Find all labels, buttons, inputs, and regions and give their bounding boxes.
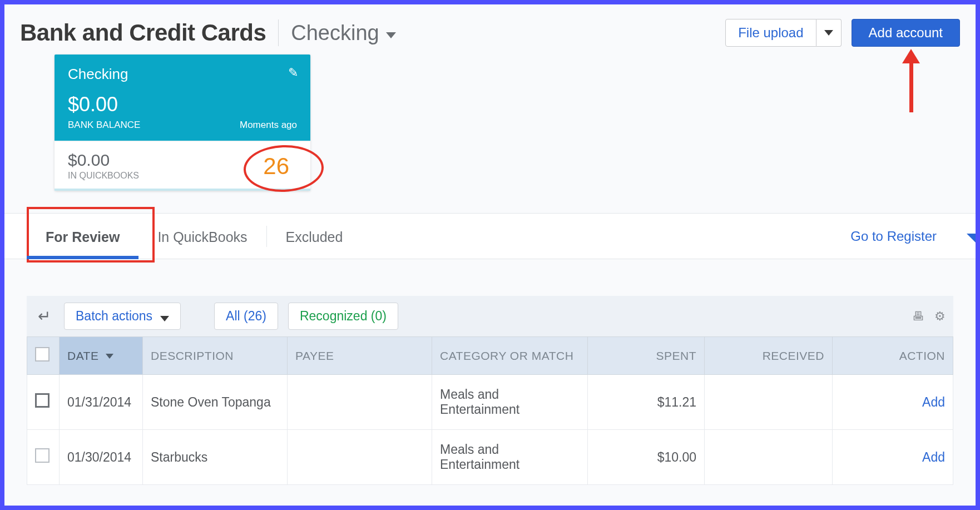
header-actions: File upload Add account xyxy=(725,19,960,47)
tile-account-name: Checking xyxy=(68,66,297,83)
review-count: 26 xyxy=(263,153,289,180)
table-header-row: DATE DESCRIPTION PAYEE CATEGORY OR MATCH… xyxy=(27,337,953,375)
sort-icon[interactable]: ↵ xyxy=(38,307,51,325)
print-icon[interactable]: 🖶 xyxy=(912,309,924,324)
filter-recognized[interactable]: Recognized (0) xyxy=(288,303,398,330)
row-checkbox-cell xyxy=(27,375,60,430)
bank-balance-label: BANK BALANCE xyxy=(68,120,140,131)
qb-balance-block: $0.00 IN QUICKBOOKS xyxy=(68,151,139,181)
tile-updated: Moments ago xyxy=(240,120,297,131)
tab-excluded[interactable]: Excluded xyxy=(267,214,362,259)
cell-date: 01/31/2014 xyxy=(60,375,143,430)
page-title: Bank and Credit Cards xyxy=(20,19,266,46)
transactions-table: DATE DESCRIPTION PAYEE CATEGORY OR MATCH… xyxy=(27,336,953,485)
file-upload-button[interactable]: File upload xyxy=(725,19,816,47)
chevron-down-icon xyxy=(386,32,396,38)
tile-subrow: BANK BALANCE Moments ago xyxy=(68,120,297,131)
gear-icon[interactable]: ⚙ xyxy=(934,309,946,324)
account-selector-label: Checking xyxy=(291,21,379,45)
table-row[interactable]: 01/30/2014 Starbucks Meals and Entertain… xyxy=(27,430,953,485)
cell-category: Meals and Entertainment xyxy=(432,430,588,485)
row-action-add[interactable]: Add xyxy=(833,430,953,485)
add-account-button[interactable]: Add account xyxy=(852,19,960,47)
tabs-area: For Review In QuickBooks Excluded Go to … xyxy=(4,213,976,259)
select-all-checkbox[interactable] xyxy=(35,347,50,362)
file-upload-label: File upload xyxy=(738,25,803,41)
cell-description: Stone Oven Topanga xyxy=(143,375,288,430)
col-received[interactable]: RECEIVED xyxy=(705,337,833,375)
cell-received xyxy=(705,375,833,430)
cell-spent: $11.21 xyxy=(588,375,705,430)
row-checkbox-cell xyxy=(27,430,60,485)
edge-handle[interactable] xyxy=(967,234,976,242)
row-checkbox[interactable] xyxy=(35,393,50,408)
bank-balance: $0.00 xyxy=(68,93,297,116)
qb-balance-label: IN QUICKBOOKS xyxy=(68,171,139,181)
account-tile[interactable]: Checking ✎ $0.00 BANK BALANCE Moments ag… xyxy=(55,55,310,191)
tile-bottom: $0.00 IN QUICKBOOKS 26 xyxy=(55,141,310,191)
col-spent[interactable]: SPENT xyxy=(588,337,705,375)
col-date[interactable]: DATE xyxy=(60,337,143,375)
filter-all[interactable]: All (26) xyxy=(214,303,278,330)
col-description[interactable]: DESCRIPTION xyxy=(143,337,288,375)
batch-actions-dropdown[interactable]: Batch actions xyxy=(64,303,181,330)
cell-date: 01/30/2014 xyxy=(60,430,143,485)
tabs: For Review In QuickBooks Excluded Go to … xyxy=(4,214,976,259)
divider xyxy=(278,19,279,46)
cell-description: Starbucks xyxy=(143,430,288,485)
col-date-label: DATE xyxy=(67,349,98,362)
file-upload-dropdown[interactable] xyxy=(816,19,842,47)
col-payee[interactable]: PAYEE xyxy=(288,337,432,375)
tile-top: Checking ✎ $0.00 BANK BALANCE Moments ag… xyxy=(55,55,310,141)
row-checkbox[interactable] xyxy=(35,448,50,463)
edit-icon[interactable]: ✎ xyxy=(288,66,298,80)
list-toolbar: ↵ Batch actions All (26) Recognized (0) … xyxy=(27,296,953,336)
col-action[interactable]: ACTION xyxy=(833,337,953,375)
page-header: Bank and Credit Cards Checking File uplo… xyxy=(4,4,976,52)
go-to-register-link[interactable]: Go to Register xyxy=(850,229,953,244)
batch-actions-label: Batch actions xyxy=(76,309,152,324)
cell-received xyxy=(705,430,833,485)
cell-payee xyxy=(288,430,432,485)
table-row[interactable]: 01/31/2014 Stone Oven Topanga Meals and … xyxy=(27,375,953,430)
account-tile-area: Checking ✎ $0.00 BANK BALANCE Moments ag… xyxy=(4,55,976,191)
tab-in-quickbooks[interactable]: In QuickBooks xyxy=(138,214,266,259)
chevron-down-icon xyxy=(824,30,833,36)
toolbar-right: 🖶 ⚙ xyxy=(912,309,946,324)
sort-desc-icon xyxy=(106,354,113,359)
cell-category: Meals and Entertainment xyxy=(432,375,588,430)
col-category[interactable]: CATEGORY OR MATCH xyxy=(432,337,588,375)
row-action-add[interactable]: Add xyxy=(833,375,953,430)
add-account-label: Add account xyxy=(869,25,943,41)
chevron-down-icon xyxy=(160,316,169,321)
cell-spent: $10.00 xyxy=(588,430,705,485)
account-selector[interactable]: Checking xyxy=(291,21,395,45)
qb-balance: $0.00 xyxy=(68,151,139,170)
cell-payee xyxy=(288,375,432,430)
banking-page: Bank and Credit Cards Checking File uplo… xyxy=(4,4,976,506)
col-checkbox xyxy=(27,337,60,375)
tab-for-review[interactable]: For Review xyxy=(27,214,138,259)
